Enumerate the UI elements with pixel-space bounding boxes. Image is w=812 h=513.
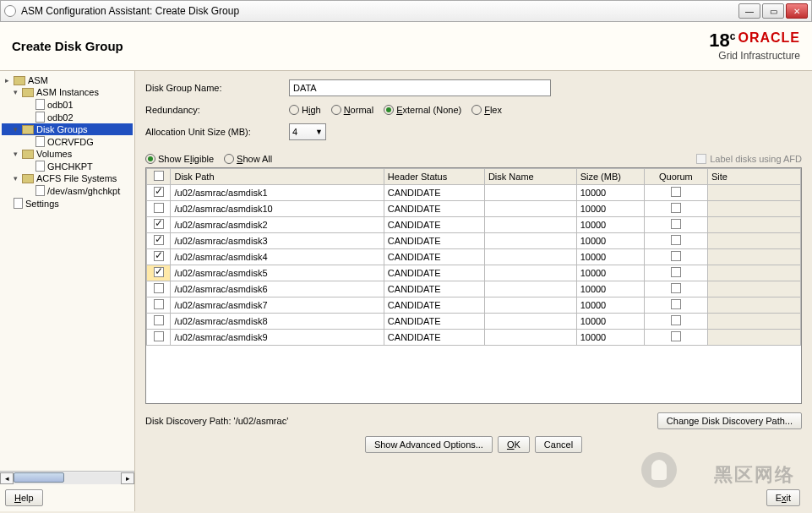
scroll-thumb[interactable] bbox=[14, 472, 64, 483]
minimize-button[interactable]: — bbox=[738, 3, 760, 19]
col-size-mb-[interactable]: Size (MB) bbox=[576, 169, 644, 185]
scroll-track[interactable] bbox=[14, 472, 121, 484]
table-row[interactable]: /u02/asmrac/asmdisk1CANDIDATE10000 bbox=[147, 185, 801, 201]
quorum-checkbox[interactable] bbox=[671, 235, 681, 245]
tree-node-volumes[interactable]: ▾Volumes bbox=[2, 148, 133, 160]
disk-size: 10000 bbox=[576, 249, 644, 265]
tree-node--dev-asm-ghchkpt[interactable]: /dev/asm/ghchkpt bbox=[2, 184, 133, 197]
disk-size: 10000 bbox=[576, 281, 644, 297]
filter-show-all[interactable]: Show All bbox=[224, 154, 279, 164]
close-button[interactable]: ✕ bbox=[786, 3, 808, 19]
quorum-checkbox[interactable] bbox=[671, 331, 681, 341]
row-checkbox[interactable] bbox=[154, 187, 164, 197]
disk-size: 10000 bbox=[576, 217, 644, 233]
afd-checkbox bbox=[696, 154, 706, 164]
quorum-checkbox[interactable] bbox=[671, 203, 681, 213]
header-status: CANDIDATE bbox=[384, 281, 484, 297]
document-icon bbox=[35, 99, 45, 110]
cancel-button[interactable]: Cancel bbox=[535, 436, 582, 453]
header-status: CANDIDATE bbox=[384, 233, 484, 249]
disk-size: 10000 bbox=[576, 201, 644, 217]
help-button[interactable]: Help bbox=[5, 489, 43, 506]
quorum-checkbox[interactable] bbox=[671, 267, 681, 277]
disk-name bbox=[484, 201, 576, 217]
ausize-select[interactable]: 4 ▼ bbox=[289, 123, 326, 140]
tree-node-settings[interactable]: Settings bbox=[2, 197, 133, 210]
redundancy-radios: HighNormalExternal (None)Flex bbox=[289, 105, 509, 115]
advanced-options-button[interactable]: Show Advanced Options... bbox=[365, 436, 493, 453]
maximize-button[interactable]: ▭ bbox=[762, 3, 784, 19]
col-header-status[interactable]: Header Status bbox=[384, 169, 484, 185]
table-row[interactable]: /u02/asmrac/asmdisk2CANDIDATE10000 bbox=[147, 217, 801, 233]
table-row[interactable]: /u02/asmrac/asmdisk7CANDIDATE10000 bbox=[147, 297, 801, 314]
select-all-checkbox[interactable] bbox=[154, 171, 164, 181]
disk-table[interactable]: Disk PathHeader StatusDisk NameSize (MB)… bbox=[146, 168, 801, 346]
disk-size: 10000 bbox=[576, 330, 644, 346]
col-disk-name[interactable]: Disk Name bbox=[484, 169, 576, 185]
row-checkbox[interactable] bbox=[154, 315, 164, 325]
oracle-logo: ORACLE bbox=[738, 30, 800, 45]
row-checkbox[interactable] bbox=[154, 203, 164, 213]
radio-icon bbox=[145, 154, 155, 164]
col-site[interactable]: Site bbox=[707, 169, 800, 185]
ok-button[interactable]: OK bbox=[498, 436, 530, 453]
disk-path: /u02/asmrac/asmdisk4 bbox=[171, 249, 384, 265]
tree-node-asm-instances[interactable]: ▾ASM Instances bbox=[2, 86, 133, 98]
quorum-checkbox[interactable] bbox=[671, 187, 681, 197]
nav-tree[interactable]: ▸ASM▾ASM Instances odb01 odb02▾Disk Grou… bbox=[0, 71, 134, 471]
col-quorum[interactable]: Quorum bbox=[644, 169, 707, 185]
filter-show-eligible[interactable]: Show Eligible bbox=[145, 154, 221, 164]
quorum-checkbox[interactable] bbox=[671, 299, 681, 309]
quorum-checkbox[interactable] bbox=[671, 219, 681, 229]
redundancy-flex[interactable]: Flex bbox=[471, 105, 509, 115]
quorum-checkbox[interactable] bbox=[671, 283, 681, 293]
disk-group-name-input[interactable] bbox=[289, 79, 551, 96]
header-status: CANDIDATE bbox=[384, 249, 484, 265]
sidebar-scrollbar[interactable]: ◂ ▸ bbox=[0, 471, 134, 484]
exit-button[interactable]: Exit bbox=[766, 489, 800, 506]
disk-path: /u02/asmrac/asmdisk2 bbox=[171, 217, 384, 233]
quorum-checkbox[interactable] bbox=[671, 251, 681, 261]
disk-site bbox=[707, 265, 800, 281]
row-checkbox[interactable] bbox=[154, 235, 164, 245]
tree-node-asm[interactable]: ▸ASM bbox=[2, 74, 133, 86]
row-checkbox[interactable] bbox=[154, 299, 164, 309]
tree-node-odb01[interactable]: odb01 bbox=[2, 98, 133, 111]
row-checkbox[interactable] bbox=[154, 251, 164, 261]
table-row[interactable]: /u02/asmrac/asmdisk10CANDIDATE10000 bbox=[147, 201, 801, 217]
afd-option: Label disks using AFD bbox=[696, 154, 802, 164]
table-row[interactable]: /u02/asmrac/asmdisk9CANDIDATE10000 bbox=[147, 330, 801, 346]
radio-icon bbox=[384, 105, 394, 115]
folder-icon bbox=[22, 88, 34, 97]
row-checkbox[interactable] bbox=[154, 219, 164, 229]
table-row[interactable]: /u02/asmrac/asmdisk8CANDIDATE10000 bbox=[147, 314, 801, 330]
tree-node-ghchkpt[interactable]: GHCHKPT bbox=[2, 160, 133, 172]
row-checkbox[interactable] bbox=[154, 267, 164, 277]
table-row[interactable]: /u02/asmrac/asmdisk4CANDIDATE10000 bbox=[147, 249, 801, 265]
tree-node-odb02[interactable]: odb02 bbox=[2, 111, 133, 123]
tree-node-disk-groups[interactable]: ▾Disk Groups bbox=[2, 123, 133, 135]
scroll-right-button[interactable]: ▸ bbox=[121, 472, 134, 484]
radio-icon bbox=[224, 154, 234, 164]
folder-icon bbox=[22, 174, 34, 183]
disk-name bbox=[484, 314, 576, 330]
change-discovery-path-button[interactable]: Change Disk Discovery Path... bbox=[657, 412, 802, 429]
col-select[interactable] bbox=[147, 169, 171, 185]
scroll-left-button[interactable]: ◂ bbox=[0, 472, 14, 484]
tree-node-acfs-file-systems[interactable]: ▾ACFS File Systems bbox=[2, 172, 133, 184]
row-checkbox[interactable] bbox=[154, 331, 164, 341]
redundancy-high[interactable]: High bbox=[289, 105, 328, 115]
redundancy-external-none-[interactable]: External (None) bbox=[384, 105, 468, 115]
discovery-path-label: Disk Discovery Path: '/u02/asmrac' bbox=[145, 416, 652, 426]
table-row[interactable]: /u02/asmrac/asmdisk5CANDIDATE10000 bbox=[147, 265, 801, 281]
redundancy-label: Redundancy: bbox=[145, 105, 289, 115]
table-row[interactable]: /u02/asmrac/asmdisk3CANDIDATE10000 bbox=[147, 233, 801, 249]
quorum-checkbox[interactable] bbox=[671, 315, 681, 325]
col-disk-path[interactable]: Disk Path bbox=[171, 169, 384, 185]
disk-size: 10000 bbox=[576, 265, 644, 281]
table-row[interactable]: /u02/asmrac/asmdisk6CANDIDATE10000 bbox=[147, 281, 801, 297]
row-checkbox[interactable] bbox=[154, 283, 164, 293]
tree-node-ocrvfdg[interactable]: OCRVFDG bbox=[2, 135, 133, 148]
redundancy-normal[interactable]: Normal bbox=[331, 105, 380, 115]
disk-site bbox=[707, 297, 800, 314]
